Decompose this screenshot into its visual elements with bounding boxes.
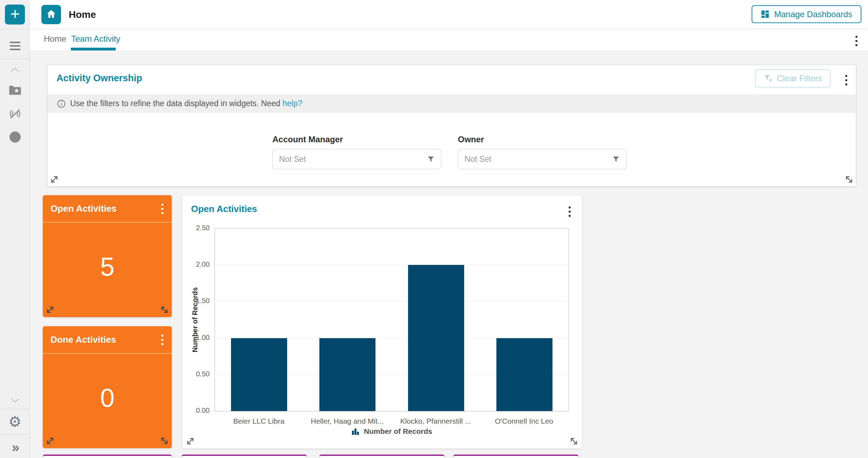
- filter-clear-icon: [764, 74, 773, 83]
- resize-handle-sw-icon[interactable]: [46, 436, 55, 445]
- filter-funnel-icon: [612, 155, 620, 163]
- clear-filters-label: Clear Filters: [777, 74, 822, 83]
- activity-ownership-panel: Activity Ownership Clear Filters Use t: [47, 65, 856, 186]
- y-axis-tick: 0.00: [182, 406, 210, 415]
- x-axis-label: O'Connell Inc Leo: [480, 417, 568, 425]
- panel-title: Activity Ownership: [56, 73, 142, 84]
- info-icon: [57, 99, 66, 108]
- resize-handle-se-icon[interactable]: [160, 305, 169, 314]
- partial-card: [182, 454, 307, 458]
- kpi-card-header: Done Activities: [43, 326, 172, 354]
- resize-handle-se-icon[interactable]: [569, 437, 578, 446]
- add-button[interactable]: [5, 5, 25, 25]
- kpi-value: 0: [43, 354, 172, 442]
- gear-icon[interactable]: ⚙: [0, 414, 30, 430]
- x-axis-label: Beier LLC Libra: [215, 417, 303, 425]
- kpi-menu-kebab-icon[interactable]: [160, 202, 165, 216]
- resize-handle-sw-icon[interactable]: [50, 175, 59, 184]
- hamburger-icon[interactable]: [0, 40, 30, 52]
- account-manager-value: Not Set: [279, 155, 306, 164]
- x-axis-label: Heller, Haag and Mit...: [303, 417, 391, 425]
- active-tab-underline: [71, 48, 116, 50]
- account-manager-label: Account Manager: [272, 135, 441, 144]
- partial-card: [453, 454, 578, 458]
- y-axis-tick: 2.50: [182, 224, 210, 232]
- y-axis-tick: 1.50: [182, 297, 210, 305]
- chart-bar[interactable]: [319, 338, 375, 411]
- partial-card: [319, 454, 445, 458]
- double-chevron-right-icon[interactable]: »: [0, 440, 30, 455]
- chart-bar[interactable]: [231, 338, 287, 411]
- kpi-card-title: Done Activities: [50, 334, 116, 345]
- sidebar: ⚙ »: [0, 0, 30, 458]
- y-axis-label: Number of Records: [191, 267, 199, 372]
- info-banner-text: Use the filters to refine the data displ…: [70, 99, 302, 108]
- chart-bar[interactable]: [408, 265, 464, 411]
- sidebar-divider: [0, 435, 30, 435]
- chevron-down-icon[interactable]: [0, 395, 30, 406]
- open-activities-chart-card: Open Activities Number of Records 0.000.…: [182, 195, 582, 449]
- home-button[interactable]: [41, 5, 61, 24]
- y-axis-tick: 0.50: [182, 370, 210, 378]
- owner-label: Owner: [458, 135, 626, 144]
- plus-icon: [9, 8, 21, 21]
- dashboard-tiles-icon: [761, 10, 769, 19]
- resize-handle-se-icon[interactable]: [845, 175, 854, 184]
- kpi-menu-kebab-icon[interactable]: [160, 333, 165, 347]
- tab-bar-menu-kebab-icon[interactable]: [854, 34, 859, 48]
- x-axis-label: Klocko, Pfannerstill ...: [392, 417, 480, 425]
- circle-icon[interactable]: [0, 130, 30, 144]
- resize-handle-sw-icon[interactable]: [46, 305, 55, 314]
- open-activities-kpi-card: Open Activities 5: [43, 195, 172, 317]
- y-axis-tick: 1.00: [182, 334, 210, 342]
- resize-handle-se-icon[interactable]: [160, 436, 169, 445]
- help-link[interactable]: help?: [283, 99, 302, 108]
- chart-bar[interactable]: [496, 338, 552, 411]
- folder-star-icon[interactable]: [0, 83, 30, 97]
- home-icon: [46, 9, 56, 20]
- panel-menu-kebab-icon[interactable]: [844, 74, 849, 87]
- chart-legend: Number of Records: [215, 427, 569, 436]
- kpi-card-header: Open Activities: [43, 195, 172, 223]
- chevron-up-icon[interactable]: [0, 64, 30, 75]
- legend-bars-icon: [351, 427, 360, 436]
- resize-handle-sw-icon[interactable]: [186, 437, 195, 446]
- manage-dashboards-button[interactable]: Manage Dashboards: [752, 5, 861, 23]
- page-title: Home: [69, 0, 96, 29]
- sidebar-divider: [0, 29, 30, 29]
- kpi-value: 5: [43, 223, 172, 311]
- kpi-card-title: Open Activities: [50, 203, 116, 214]
- owner-select[interactable]: Not Set: [458, 149, 626, 169]
- tab-team-activity[interactable]: Team Activity: [71, 29, 120, 49]
- tab-bar: Home Team Activity: [30, 29, 868, 51]
- done-activities-kpi-card: Done Activities 0: [43, 326, 172, 448]
- sidebar-divider: [0, 59, 30, 59]
- y-axis-tick: 2.00: [182, 260, 210, 268]
- tab-home[interactable]: Home: [44, 29, 66, 49]
- account-manager-select[interactable]: Not Set: [272, 149, 441, 169]
- chart-plot: [215, 228, 569, 411]
- clear-filters-button[interactable]: Clear Filters: [755, 69, 830, 88]
- owner-value: Not Set: [464, 155, 491, 164]
- legend-label: Number of Records: [364, 427, 432, 436]
- filter-funnel-icon: [427, 155, 435, 163]
- stream-off-icon[interactable]: [0, 107, 30, 121]
- sidebar-divider: [0, 408, 30, 409]
- bar-chart: Number of Records 0.000.501.001.502.002.…: [182, 195, 582, 449]
- dashboard-page: ⚙ » Home Manage Dashboards: [0, 0, 868, 458]
- account-manager-filter: Account Manager Not Set: [272, 135, 441, 169]
- manage-dashboards-label: Manage Dashboards: [774, 9, 852, 19]
- partial-card: [43, 454, 172, 458]
- owner-filter: Owner Not Set: [458, 135, 626, 169]
- info-banner: Use the filters to refine the data displ…: [48, 94, 856, 113]
- header: Home Manage Dashboards: [30, 0, 868, 29]
